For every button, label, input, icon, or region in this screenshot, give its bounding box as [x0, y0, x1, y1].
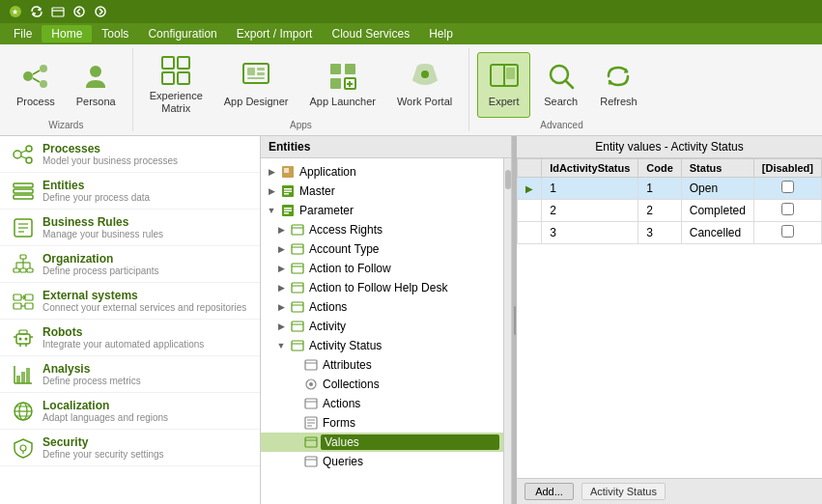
sidebar-item-entities[interactable]: Entities Define your process data — [0, 173, 260, 210]
col-header-status[interactable]: Status — [681, 159, 753, 178]
sidebar-item-security[interactable]: Security Define your security settings — [0, 430, 260, 466]
entities-panel: Entities ▶ Application ▶ M — [261, 136, 512, 504]
sidebar-item-processes[interactable]: Processes Model your business processes — [0, 136, 260, 173]
menu-tools[interactable]: Tools — [92, 25, 138, 42]
expand-activity[interactable]: ▶ — [274, 320, 288, 333]
entities-icon — [12, 180, 35, 203]
cell-id-1: 2 — [542, 200, 638, 222]
application-icon — [280, 164, 296, 180]
svg-rect-102 — [292, 341, 303, 350]
expand-parameter[interactable]: ▼ — [265, 204, 278, 217]
sidebar-item-analysis[interactable]: Analysis Define process metrics — [0, 356, 260, 393]
col-header-disabled[interactable]: [Disabled] — [753, 159, 821, 178]
tree-item-activity-status[interactable]: ▼ Activity Status — [261, 336, 503, 355]
expand-application[interactable]: ▶ — [265, 165, 278, 179]
menu-cloud-services[interactable]: Cloud Services — [322, 25, 419, 42]
expand-access-rights[interactable]: ▶ — [274, 223, 288, 237]
table-row[interactable]: 3 3 Cancelled — [518, 222, 822, 244]
refresh-button[interactable]: Refresh — [591, 52, 646, 118]
tree-item-collections[interactable]: Collections — [261, 375, 503, 394]
external-systems-subtitle: Connect your external services and repos… — [43, 302, 246, 313]
svg-point-35 — [26, 157, 32, 163]
tree-item-account-type[interactable]: ▶ Account Type — [261, 239, 503, 259]
expand-attributes — [288, 358, 301, 372]
add-button[interactable]: Add... — [524, 483, 574, 500]
menu-file[interactable]: File — [4, 25, 42, 42]
disabled-checkbox-1[interactable] — [781, 203, 794, 215]
menu-export-import[interactable]: Export / Import — [227, 25, 323, 42]
tree-item-values[interactable]: Values — [261, 433, 503, 452]
organization-subtitle: Define process participants — [43, 266, 159, 276]
tree-item-action-to-follow[interactable]: ▶ Action to Follow — [261, 259, 503, 278]
expand-action-to-follow-help-desk[interactable]: ▶ — [274, 281, 288, 294]
actions-sub-icon — [303, 396, 319, 411]
tree-item-actions[interactable]: ▶ Actions — [261, 297, 503, 317]
refresh-icon — [603, 61, 634, 92]
table-row[interactable]: 2 2 Completed — [518, 200, 822, 222]
wizards-label: Wizards — [48, 118, 83, 130]
tree-item-forms[interactable]: Forms — [261, 413, 503, 433]
sync-icon[interactable] — [29, 4, 44, 19]
menu-configuration[interactable]: Configuration — [138, 25, 226, 42]
svg-rect-20 — [247, 77, 265, 79]
svg-rect-116 — [305, 457, 317, 466]
svg-line-10 — [33, 78, 40, 82]
sidebar-item-external-systems[interactable]: External systems Connect your external s… — [0, 283, 260, 320]
tree-item-activity[interactable]: ▶ Activity — [261, 317, 503, 336]
tree-label-forms: Forms — [321, 415, 499, 431]
app-launcher-button[interactable]: App Launcher — [300, 52, 384, 118]
expand-action-to-follow[interactable]: ▶ — [274, 262, 288, 275]
work-portal-button[interactable]: Work Portal — [388, 52, 461, 118]
cell-disabled-2[interactable] — [753, 222, 821, 244]
organization-title: Organization — [43, 252, 159, 266]
svg-rect-22 — [345, 64, 355, 74]
svg-rect-85 — [284, 193, 289, 195]
col-header-id[interactable]: IdActivityStatus — [542, 159, 638, 178]
expand-account-type[interactable]: ▶ — [274, 242, 288, 256]
expand-activity-status[interactable]: ▼ — [274, 339, 288, 352]
expand-actions[interactable]: ▶ — [274, 300, 288, 314]
sidebar-item-organization[interactable]: Organization Define process participants — [0, 246, 260, 283]
tree-item-action-to-follow-help-desk[interactable]: ▶ Action to Follow Help Desk — [261, 278, 503, 297]
menu-help[interactable]: Help — [419, 25, 463, 42]
sidebar-item-localization[interactable]: Localization Adapt languages and regions — [0, 393, 260, 430]
tree-item-access-rights[interactable]: ▶ Access Rights — [261, 220, 503, 239]
tree-item-parameter[interactable]: ▼ Parameter — [261, 201, 503, 220]
back-icon[interactable] — [71, 4, 87, 19]
table-row[interactable]: ▶ 1 1 Open — [518, 178, 822, 200]
expand-values — [288, 435, 301, 449]
menu-home[interactable]: Home — [42, 25, 92, 42]
sidebar-item-robots[interactable]: Robots Integrate your automated applicat… — [0, 320, 260, 356]
expand-master[interactable]: ▶ — [265, 184, 278, 198]
tree-label-actions-sub: Actions — [321, 396, 499, 411]
experience-matrix-button[interactable]: ExperienceMatrix — [141, 52, 212, 118]
cell-disabled-1[interactable] — [753, 200, 821, 222]
values-footer: Add... Activity Status — [517, 478, 822, 504]
col-header-code[interactable]: Code — [638, 159, 682, 178]
entities-title: Entities — [43, 179, 150, 192]
expert-button[interactable]: Expert — [477, 52, 530, 118]
app-launcher-label: App Launcher — [309, 96, 376, 108]
tree-label-access-rights: Access Rights — [307, 222, 499, 238]
cell-disabled-0[interactable] — [753, 178, 821, 200]
cell-status-0: Open — [681, 178, 753, 200]
persona-button[interactable]: Persona — [68, 52, 125, 118]
forward-icon[interactable] — [93, 4, 108, 19]
svg-rect-13 — [178, 57, 189, 69]
tree-item-actions-sub[interactable]: Actions — [261, 394, 503, 413]
tree-item-application[interactable]: ▶ Application — [261, 162, 503, 182]
search-button[interactable]: Search — [534, 52, 587, 118]
disabled-checkbox-0[interactable] — [781, 181, 794, 193]
tree-scrollbar[interactable] — [503, 158, 511, 504]
app-designer-button[interactable]: App Designer — [215, 52, 298, 118]
window-icon[interactable] — [50, 4, 66, 19]
tree-item-master[interactable]: ▶ Master — [261, 182, 503, 201]
svg-line-9 — [33, 70, 40, 74]
process-button[interactable]: Process — [8, 52, 64, 118]
sidebar-item-business-rules[interactable]: Business Rules Manage your business rule… — [0, 210, 260, 246]
tree-item-attributes[interactable]: Attributes — [261, 355, 503, 375]
disabled-checkbox-2[interactable] — [781, 225, 794, 238]
security-icon — [12, 436, 35, 460]
tree-item-queries[interactable]: Queries — [261, 452, 503, 471]
svg-rect-84 — [284, 191, 292, 193]
